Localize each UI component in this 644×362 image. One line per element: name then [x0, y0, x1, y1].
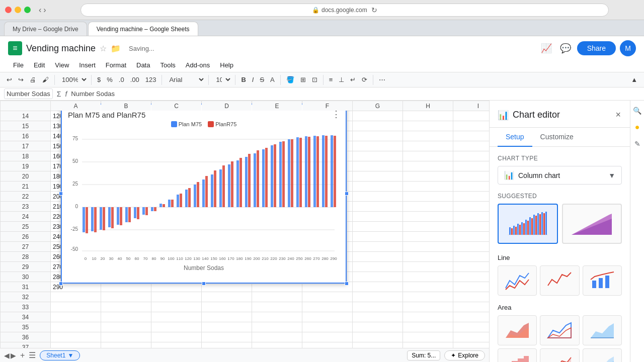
cell[interactable]: [353, 242, 403, 252]
cell[interactable]: [453, 342, 490, 348]
formula-input[interactable]: [71, 90, 640, 98]
sum-info-button[interactable]: Sum: 5...: [407, 350, 440, 360]
cell[interactable]: [353, 222, 403, 232]
undo-button[interactable]: ↩: [4, 74, 15, 85]
cell[interactable]: [453, 151, 490, 161]
chart-type-dropdown[interactable]: 📊 Column chart ▼: [498, 166, 622, 185]
cell[interactable]: [403, 252, 453, 262]
cell[interactable]: [151, 342, 202, 348]
cell[interactable]: [51, 342, 101, 348]
cell[interactable]: [403, 192, 453, 202]
cell[interactable]: [353, 252, 403, 262]
cell[interactable]: [302, 302, 353, 312]
cell[interactable]: [151, 292, 202, 302]
right-icon-2[interactable]: ●: [633, 121, 642, 134]
cell[interactable]: [453, 332, 490, 342]
cell[interactable]: [202, 322, 252, 332]
maximize-window-button[interactable]: [24, 7, 31, 13]
cell[interactable]: [453, 252, 490, 262]
cell[interactable]: [353, 282, 403, 292]
cell[interactable]: [302, 342, 353, 348]
suggested-item-1[interactable]: [562, 204, 622, 244]
cell[interactable]: [403, 111, 453, 121]
document-title[interactable]: Vending machine: [26, 43, 96, 54]
cell[interactable]: [403, 272, 453, 282]
share-button[interactable]: Share: [577, 41, 616, 55]
resize-handle-ml[interactable]: [59, 192, 63, 196]
cell[interactable]: [453, 111, 490, 121]
align-button[interactable]: ≡: [327, 74, 336, 85]
area-chart-2[interactable]: [540, 315, 579, 345]
cell[interactable]: [403, 212, 453, 222]
cell[interactable]: [403, 161, 453, 171]
menu-insert[interactable]: Insert: [74, 59, 101, 71]
cell[interactable]: [151, 302, 202, 312]
cell[interactable]: [453, 202, 490, 212]
col-header-d[interactable]: D: [202, 101, 252, 111]
merge-button[interactable]: ⊡: [309, 74, 320, 85]
cell[interactable]: [453, 171, 490, 182]
sheet-next-button[interactable]: ▶: [11, 351, 16, 359]
bold-button[interactable]: B: [238, 74, 248, 85]
cell[interactable]: [353, 292, 403, 302]
cell[interactable]: [453, 121, 490, 131]
print-button[interactable]: 🖨: [27, 74, 39, 85]
cell[interactable]: [151, 332, 202, 342]
cell[interactable]: [101, 322, 151, 332]
editor-close-button[interactable]: ×: [614, 109, 622, 121]
cell[interactable]: [51, 312, 101, 322]
cell[interactable]: [453, 192, 490, 202]
cell[interactable]: [51, 332, 101, 342]
menu-file[interactable]: File: [8, 59, 29, 71]
cell[interactable]: [202, 312, 252, 322]
italic-button[interactable]: I: [250, 74, 257, 85]
cell[interactable]: [202, 332, 252, 342]
resize-handle-bl[interactable]: [59, 282, 63, 286]
col-header-f[interactable]: F: [302, 101, 353, 111]
chart-overlay[interactable]: ⋮ Plan M75 and PlanR75 Plan M75 PlanR75: [60, 103, 347, 284]
cell[interactable]: [353, 131, 403, 141]
col-header-b[interactable]: B: [101, 101, 151, 111]
cell[interactable]: [101, 312, 151, 322]
area-chart-3[interactable]: [583, 315, 622, 345]
percent-button[interactable]: %: [104, 74, 115, 85]
resize-handle-mr[interactable]: [345, 192, 349, 196]
resize-handle-bc[interactable]: [202, 282, 206, 286]
cell[interactable]: [453, 312, 490, 322]
line-chart-1[interactable]: [498, 265, 537, 296]
cell[interactable]: [353, 111, 403, 121]
menu-data[interactable]: Data: [131, 59, 155, 71]
cell[interactable]: [403, 322, 453, 332]
cell[interactable]: [403, 242, 453, 252]
sheet-list-button[interactable]: ☰: [29, 350, 36, 360]
more-button[interactable]: ⋯: [376, 74, 388, 85]
area-chart-1[interactable]: [498, 315, 537, 345]
tab-drive[interactable]: My Drive – Google Drive: [4, 22, 87, 36]
fill-color-button[interactable]: 🪣: [284, 74, 297, 85]
cell[interactable]: [353, 232, 403, 242]
cell[interactable]: [453, 272, 490, 282]
col-header-h[interactable]: H: [403, 101, 453, 111]
cell[interactable]: [252, 302, 302, 312]
cell[interactable]: [353, 272, 403, 282]
cell[interactable]: [151, 322, 202, 332]
cell[interactable]: [453, 302, 490, 312]
cell[interactable]: [353, 182, 403, 192]
strikethrough-button[interactable]: S: [257, 74, 267, 85]
cell-reference[interactable]: Number Sodas: [4, 88, 53, 99]
sheet-tab-sheet1[interactable]: Sheet1 ▼: [40, 350, 80, 360]
forward-button[interactable]: ›: [43, 6, 46, 15]
cell[interactable]: [353, 171, 403, 182]
cell[interactable]: [403, 171, 453, 182]
cell[interactable]: [403, 151, 453, 161]
cell[interactable]: [403, 131, 453, 141]
grid-container[interactable]: A B C D E F G H I J 141202181: [0, 101, 489, 348]
cell[interactable]: [403, 232, 453, 242]
cell[interactable]: [403, 332, 453, 342]
close-window-button[interactable]: [5, 7, 12, 13]
menu-addons[interactable]: Add-ons: [181, 59, 215, 71]
cell[interactable]: [353, 322, 403, 332]
line-chart-2[interactable]: [540, 265, 579, 296]
area-chart-4[interactable]: [498, 348, 537, 362]
cell[interactable]: [453, 282, 490, 292]
